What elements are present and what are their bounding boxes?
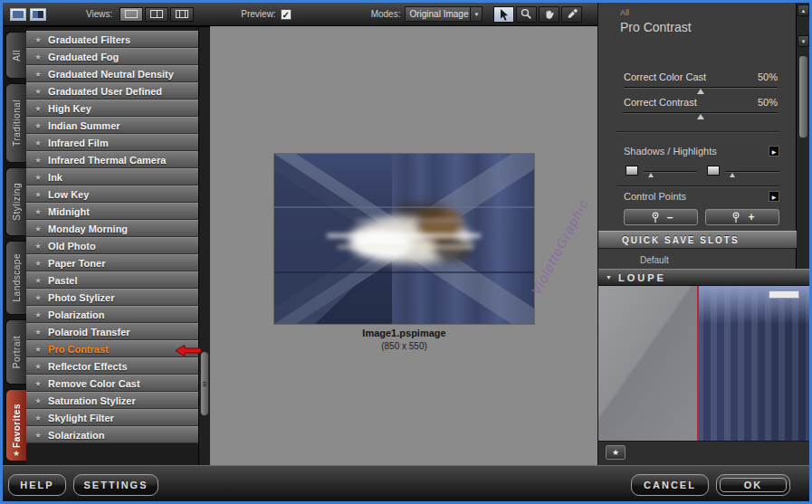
tab-label: All — [12, 50, 22, 62]
slider1-handle[interactable] — [697, 89, 704, 94]
filter-list-item[interactable]: ★Monday Morning — [26, 220, 198, 237]
filter-label: Reflector Effects — [48, 361, 127, 372]
filter-list-item[interactable]: ★High Key — [26, 100, 198, 117]
scroll-down-icon[interactable]: ▼ — [798, 35, 809, 47]
highlights-mini-handle[interactable] — [730, 173, 735, 177]
star-icon: ★ — [34, 52, 42, 62]
filter-list-item[interactable]: ★Graduated User Defined — [26, 82, 198, 100]
filter-list-item[interactable]: ★Remove Color Cast — [26, 375, 198, 392]
loupe-header[interactable]: ▼ LOUPE — [598, 269, 810, 285]
tab-traditional[interactable]: Traditional — [5, 83, 26, 163]
highlights-swatch[interactable] — [707, 166, 720, 176]
slider2-track[interactable] — [624, 112, 778, 113]
zoom-tool-button[interactable] — [516, 6, 537, 23]
star-icon: ★ — [34, 396, 42, 405]
control-point-minus-button[interactable]: – — [624, 209, 698, 225]
pan-tool-button[interactable] — [539, 6, 559, 23]
side-by-side-view-button[interactable] — [170, 7, 194, 22]
panel-scrollbar[interactable]: ▲ ▼ — [796, 3, 809, 285]
slider2-handle[interactable] — [697, 114, 704, 119]
filter-list-item[interactable]: ★Indian Summer — [26, 117, 198, 134]
collapse-triangle-icon[interactable]: ▼ — [606, 274, 612, 281]
filter-list-item[interactable]: ★Infrared Thermal Camera — [26, 151, 198, 168]
control-point-plus-button[interactable]: + — [705, 209, 779, 225]
split-view-button[interactable] — [145, 7, 168, 22]
tab-landscape[interactable]: Landscape — [5, 241, 26, 315]
filter-list-scrollbar-thumb[interactable] — [200, 351, 209, 416]
compare-image-icon[interactable] — [30, 8, 46, 21]
tab-all[interactable]: All — [5, 32, 26, 79]
filter-list-item[interactable]: ★Graduated Neutral Density — [26, 65, 198, 82]
cancel-button[interactable]: CANCEL — [631, 474, 709, 496]
preview-image[interactable] — [274, 154, 534, 324]
filter-list-item[interactable]: ★Old Photo — [26, 237, 198, 254]
shadows-mini-track[interactable] — [644, 171, 696, 172]
tab-stylizing[interactable]: Stylizing — [5, 167, 26, 236]
image-dimensions: (850 x 550) — [274, 341, 534, 351]
filter-label: Monday Morning — [48, 223, 128, 234]
filter-list-item[interactable]: ★Polarization — [26, 306, 198, 323]
star-icon: ★ — [34, 379, 42, 388]
settings-button[interactable]: SETTINGS — [73, 474, 158, 496]
control-points-expand-icon[interactable]: ▶ — [769, 191, 779, 202]
star-icon: ★ — [34, 310, 42, 319]
filter-label: High Key — [48, 103, 91, 114]
filter-list-item[interactable]: ★Saturation Stylizer — [26, 392, 198, 409]
filter-label: Ink — [48, 172, 62, 183]
cursor-tool-button[interactable] — [493, 6, 514, 23]
tab-label: Traditional — [12, 100, 22, 147]
loupe-pin-button[interactable]: ★ — [606, 445, 626, 460]
control-point-icon — [649, 212, 662, 223]
filter-list-item[interactable]: ★Ink — [26, 168, 198, 185]
filter-list-item[interactable]: ★Graduated Filters — [26, 31, 198, 48]
highlights-mini-track[interactable] — [725, 171, 779, 172]
shadows-mini-handle[interactable] — [648, 173, 654, 177]
filter-list-item[interactable]: ★Photo Stylizer — [26, 289, 198, 306]
filter-list-item[interactable]: ★Infrared Film — [26, 134, 198, 151]
filter-list-item[interactable]: ★Pastel — [26, 271, 198, 289]
single-view-button[interactable] — [119, 7, 143, 22]
cursor-icon — [499, 8, 510, 21]
filter-list-item[interactable]: ★Paper Toner — [26, 254, 198, 271]
star-icon: ★ — [34, 104, 42, 113]
star-icon: ★ — [34, 138, 42, 147]
filter-list-scrollbar[interactable] — [198, 27, 210, 465]
filter-list-item[interactable]: ★Low Key — [26, 185, 198, 203]
filter-label: Solarization — [48, 430, 104, 441]
dropdown-arrow-icon[interactable]: ▼ — [470, 7, 482, 21]
shadows-highlights-expand-icon[interactable]: ▶ — [769, 146, 779, 157]
filter-label: Graduated Filters — [48, 34, 130, 45]
tab-favorites[interactable]: Favorites★ — [5, 389, 26, 461]
filter-list-item[interactable]: ★Solarization — [26, 426, 198, 443]
preview-checkbox[interactable]: ✓ — [281, 9, 291, 20]
filter-label: Paper Toner — [48, 258, 105, 269]
tool-buttons-group — [493, 6, 582, 23]
loupe-view[interactable] — [598, 285, 810, 441]
tab-label: Landscape — [12, 253, 22, 301]
quick-save-slots-header[interactable]: QUICK SAVE SLOTS — [598, 231, 797, 249]
default-slot-label[interactable]: Default — [640, 255, 669, 265]
single-image-icon[interactable] — [10, 8, 26, 21]
filter-list-item[interactable]: ★Midnight — [26, 203, 198, 220]
tab-portrait[interactable]: Portrait — [5, 319, 26, 385]
slider1-track[interactable] — [624, 87, 778, 88]
preview-label: Preview: — [241, 9, 275, 19]
filter-list-item[interactable]: ★Skylight Filter — [26, 409, 198, 426]
filter-list-item[interactable]: ★Polaroid Transfer — [26, 323, 198, 340]
shadows-swatch[interactable] — [626, 166, 638, 176]
star-icon: ★ — [34, 173, 42, 182]
loupe-white-patch — [769, 290, 799, 299]
ok-button[interactable]: OK — [716, 474, 790, 496]
filter-list-item[interactable]: ★Graduated Fog — [26, 48, 198, 65]
filter-list-item[interactable]: ★Pro Contrast — [26, 340, 198, 357]
background-color-selector-button[interactable] — [561, 6, 582, 23]
scroll-up-icon[interactable]: ▲ — [798, 5, 809, 16]
plugin-window: Views: Preview: ✓ Modes: Original Image … — [0, 0, 812, 504]
filter-label: Saturation Stylizer — [48, 395, 136, 406]
eyedropper-icon — [566, 8, 578, 20]
modes-dropdown[interactable]: Original Image ▼ — [405, 6, 482, 22]
filter-list-item[interactable]: ★Reflector Effects — [26, 357, 198, 375]
help-button[interactable]: HELP — [8, 474, 66, 496]
panel-scrollbar-thumb[interactable] — [798, 55, 808, 138]
category-tabs: AllTraditionalStylizingLandscapePortrait… — [3, 26, 26, 465]
